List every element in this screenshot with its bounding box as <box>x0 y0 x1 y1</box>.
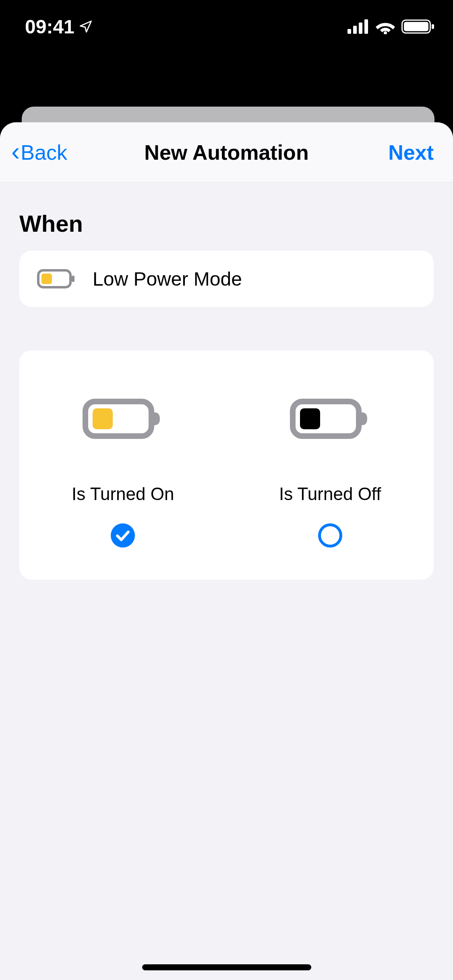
section-header-when: When <box>19 210 434 237</box>
svg-point-4 <box>384 31 387 34</box>
battery-on-icon <box>83 391 163 447</box>
svg-rect-3 <box>364 19 368 34</box>
trigger-label: Low Power Mode <box>93 268 242 290</box>
next-button[interactable]: Next <box>388 140 434 165</box>
svg-rect-1 <box>353 26 357 34</box>
options-card: Is Turned On Is Turned Off <box>19 350 434 580</box>
back-button[interactable]: ‹ Back <box>11 139 67 166</box>
option-off-label: Is Turned Off <box>279 484 381 504</box>
svg-point-13 <box>111 523 135 548</box>
status-bar: 09:41 <box>0 0 453 53</box>
low-power-mode-icon <box>37 269 75 288</box>
home-indicator[interactable] <box>142 964 311 970</box>
status-indicators <box>348 19 434 34</box>
option-on-label: Is Turned On <box>72 484 174 504</box>
svg-rect-12 <box>93 408 113 429</box>
back-label: Back <box>21 140 67 165</box>
trigger-row[interactable]: Low Power Mode <box>19 251 434 307</box>
status-time-text: 09:41 <box>25 16 74 38</box>
svg-rect-2 <box>359 23 362 34</box>
radio-checked-icon <box>111 523 135 548</box>
option-turned-off[interactable]: Is Turned Off <box>227 391 434 548</box>
svg-rect-9 <box>72 276 74 282</box>
page-title: New Automation <box>144 140 308 165</box>
status-time: 09:41 <box>25 16 93 38</box>
radio-unchecked-icon <box>318 523 342 548</box>
svg-rect-10 <box>41 274 52 284</box>
battery-off-icon <box>290 391 370 447</box>
battery-icon <box>401 19 434 34</box>
cellular-icon <box>348 19 369 34</box>
wifi-icon <box>375 19 396 34</box>
modal-sheet: ‹ Back New Automation Next When Low Powe… <box>0 122 453 980</box>
svg-rect-15 <box>300 408 320 429</box>
content-area: When Low Power Mode Is Turned On <box>0 183 453 980</box>
svg-rect-6 <box>404 22 428 31</box>
chevron-left-icon: ‹ <box>11 136 20 166</box>
svg-rect-0 <box>348 29 351 34</box>
svg-rect-7 <box>432 24 434 29</box>
navigation-bar: ‹ Back New Automation Next <box>0 122 453 183</box>
option-turned-on[interactable]: Is Turned On <box>19 391 227 548</box>
location-icon <box>79 19 93 34</box>
